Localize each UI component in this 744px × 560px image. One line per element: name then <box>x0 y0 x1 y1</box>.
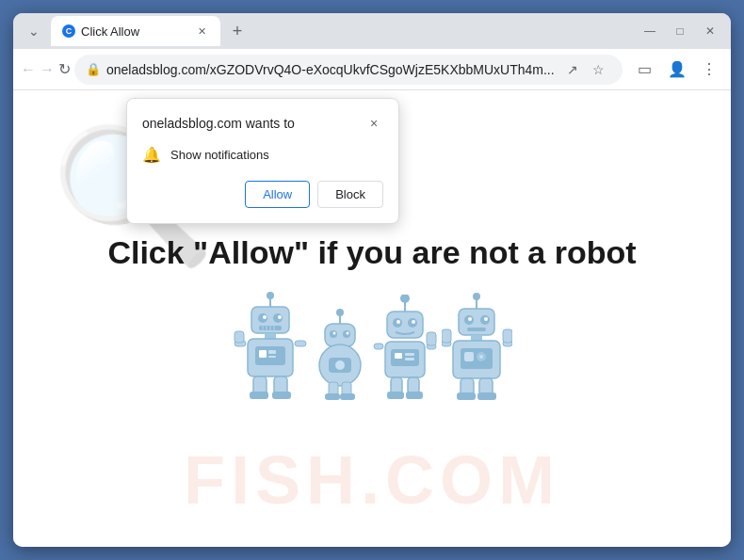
svg-point-30 <box>332 332 335 335</box>
bookmark-icon[interactable]: ☆ <box>587 57 611 82</box>
svg-point-44 <box>396 320 400 324</box>
profile-icon[interactable]: 👤 <box>662 55 692 85</box>
svg-point-31 <box>346 332 348 335</box>
minimize-button[interactable]: — <box>637 18 663 44</box>
maximize-button[interactable]: □ <box>667 18 693 44</box>
title-bar: ⌄ C Click Allow ✕ + — □ ✕ <box>13 13 731 49</box>
popup-header: oneladsblog.com wants to × <box>142 114 383 133</box>
allow-button[interactable]: Allow <box>245 181 310 208</box>
svg-point-71 <box>479 355 483 359</box>
svg-rect-27 <box>325 324 355 346</box>
close-button[interactable]: ✕ <box>697 18 723 44</box>
svg-rect-23 <box>250 392 268 399</box>
svg-rect-17 <box>268 356 276 358</box>
robot-3 <box>372 295 438 403</box>
tab-title: Click Allow <box>81 24 139 39</box>
tab-list-button[interactable]: ⌄ <box>21 18 47 44</box>
svg-rect-65 <box>467 328 486 331</box>
svg-point-4 <box>263 315 267 319</box>
window-controls: — □ ✕ <box>637 18 723 44</box>
svg-point-26 <box>336 309 344 316</box>
svg-rect-53 <box>427 332 436 345</box>
svg-rect-75 <box>503 329 512 343</box>
address-bar[interactable]: 🔒 oneladsblog.com/xGZODVrvQ4O-eXocqUkvfC… <box>74 55 623 85</box>
sidebar-icon[interactable]: ▭ <box>630 55 660 85</box>
active-tab[interactable]: C Click Allow ✕ <box>51 16 220 46</box>
svg-rect-20 <box>235 331 244 343</box>
webpage: 🔍 FISH.COM oneladsblog.com wants to × 🔔 … <box>13 90 731 547</box>
svg-point-63 <box>468 317 472 321</box>
nav-bar: ← → ↻ 🔒 oneladsblog.com/xGZODVrvQ4O-eXoc… <box>13 49 731 90</box>
robot-1 <box>233 290 308 403</box>
robot-4 <box>442 292 512 403</box>
tab-bar: ⌄ C Click Allow ✕ + <box>21 16 633 46</box>
forward-button[interactable]: → <box>40 55 55 85</box>
option-text: Show notifications <box>170 148 269 162</box>
svg-rect-24 <box>272 392 291 399</box>
back-button[interactable]: ← <box>21 55 36 85</box>
svg-rect-79 <box>477 392 496 400</box>
robots-illustration <box>233 290 512 403</box>
main-heading: Click "Allow" if you are not a robot <box>107 234 636 271</box>
notification-popup: oneladsblog.com wants to × 🔔 Show notifi… <box>126 98 399 224</box>
svg-rect-69 <box>464 352 474 361</box>
svg-rect-51 <box>374 344 383 349</box>
popup-option: 🔔 Show notifications <box>142 142 383 168</box>
tab-close-button[interactable]: ✕ <box>194 24 209 39</box>
robot-2 <box>312 309 368 403</box>
svg-point-40 <box>400 295 410 303</box>
svg-rect-78 <box>457 392 476 400</box>
svg-rect-50 <box>405 358 414 360</box>
svg-point-1 <box>267 292 274 299</box>
svg-point-59 <box>473 293 480 300</box>
svg-rect-16 <box>268 350 276 354</box>
svg-point-45 <box>412 320 415 324</box>
browser-window: ⌄ C Click Allow ✕ + — □ ✕ ← → ↻ 🔒 onelad… <box>13 13 731 547</box>
svg-rect-38 <box>340 393 355 400</box>
bell-icon: 🔔 <box>142 146 161 164</box>
menu-icon[interactable]: ⋮ <box>694 55 724 85</box>
address-actions: ↗ ☆ <box>560 57 611 82</box>
block-button[interactable]: Block <box>317 181 383 208</box>
popup-title: oneladsblog.com wants to <box>142 116 295 131</box>
svg-rect-66 <box>471 335 482 341</box>
url-text: oneladsblog.com/xGZODVrvQ4O-eXocqUkvfCSg… <box>106 62 555 77</box>
toolbar-icons: ▭ 👤 ⋮ <box>630 55 724 85</box>
svg-rect-19 <box>295 341 306 346</box>
lock-icon: 🔒 <box>86 62 101 76</box>
svg-rect-57 <box>406 392 423 399</box>
refresh-button[interactable]: ↻ <box>58 55 71 85</box>
new-tab-button[interactable]: + <box>224 18 251 44</box>
svg-point-34 <box>335 360 345 370</box>
svg-point-6 <box>278 315 282 319</box>
svg-rect-15 <box>259 350 267 358</box>
svg-rect-49 <box>405 353 414 356</box>
svg-rect-56 <box>387 392 404 399</box>
popup-close-button[interactable]: × <box>364 114 383 133</box>
popup-buttons: Allow Block <box>142 181 383 208</box>
share-icon[interactable]: ↗ <box>560 57 585 82</box>
svg-rect-73 <box>442 329 451 343</box>
svg-rect-12 <box>265 333 276 339</box>
tab-favicon: C <box>62 24 75 38</box>
svg-rect-37 <box>325 393 340 400</box>
svg-rect-48 <box>395 353 402 359</box>
svg-point-64 <box>484 317 488 321</box>
